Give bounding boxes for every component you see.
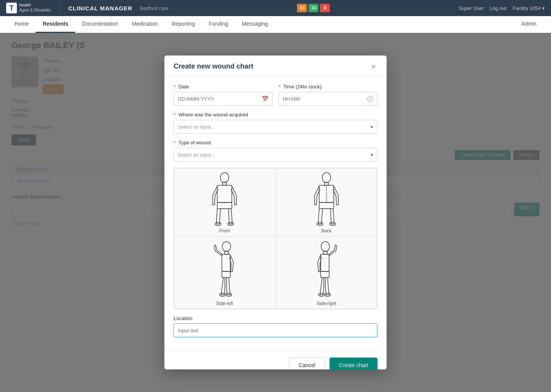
modal-create-wound-chart: Create new wound chart × * Date 📅 <box>164 56 387 369</box>
diagram-side-left[interactable]: Side-left <box>174 237 275 309</box>
facility-selector[interactable]: Facility 1054 ▾ <box>513 5 545 11</box>
badge-red[interactable]: 8 <box>320 4 330 12</box>
nav-home[interactable]: Home <box>8 16 36 33</box>
top-bar-right: Super User Log out Facility 1054 ▾ <box>459 5 545 11</box>
wound-type-placeholder: Select an input... <box>178 152 215 158</box>
back-body-svg <box>309 172 344 226</box>
date-group: * Date 📅 <box>174 84 272 106</box>
top-bar-left: T Health Aged & Disability CLINICAL MANA… <box>6 3 169 13</box>
back-label: Back <box>321 228 332 234</box>
modal-header: Create new wound chart × <box>164 56 387 76</box>
time-label: * Time (24hr clock) <box>279 84 377 90</box>
clock-icon: 🕐 <box>367 96 373 102</box>
badge-group: 33 33 8 <box>297 4 330 12</box>
modal-close-button[interactable]: × <box>370 63 377 70</box>
svg-rect-17 <box>222 254 230 271</box>
wound-type-label: * Type of wound <box>174 140 377 145</box>
date-input[interactable] <box>178 96 262 102</box>
wound-acquired-select[interactable]: Select an input... ▾ <box>174 120 377 134</box>
nav-messaging[interactable]: Messaging <box>235 16 275 33</box>
modal-overlay: Create new wound chart × * Date 📅 <box>0 33 551 392</box>
select-arrow-type: ▾ <box>371 152 373 158</box>
svg-point-2 <box>220 173 229 183</box>
nav-admin[interactable]: Admin <box>514 16 543 33</box>
svg-rect-18 <box>222 271 230 278</box>
svg-rect-23 <box>321 254 329 271</box>
side-right-label: Side-right <box>316 301 336 306</box>
logout-link[interactable]: Log out <box>490 5 507 11</box>
front-label: Front <box>219 228 230 234</box>
svg-rect-5 <box>217 203 232 209</box>
badge-orange[interactable]: 33 <box>297 4 307 12</box>
svg-point-15 <box>222 242 231 252</box>
wound-type-group: * Type of wound Select an input... ▾ <box>174 140 377 162</box>
diagram-front[interactable]: Front <box>174 168 275 236</box>
wound-type-select[interactable]: Select an input... ▾ <box>174 148 377 162</box>
main-nav: Home Residents Documentation Medication … <box>0 16 551 33</box>
wound-acquired-group: * Where was the wound acquired Select an… <box>174 112 377 134</box>
modal-body: * Date 📅 * Time (24hr clock) <box>164 76 387 351</box>
nav-documentation[interactable]: Documentation <box>75 16 125 33</box>
badge-green[interactable]: 33 <box>308 4 318 12</box>
nav-funding[interactable]: Funding <box>202 16 235 33</box>
side-left-body-svg <box>207 241 242 299</box>
date-label: * Date <box>174 84 272 90</box>
svg-point-8 <box>322 173 331 183</box>
time-group: * Time (24hr clock) 🕐 <box>279 84 377 106</box>
front-body-svg <box>207 172 242 226</box>
cancel-button[interactable]: Cancel <box>289 358 325 369</box>
side-left-label: Side-left <box>216 301 233 306</box>
wound-acquired-label: * Where was the wound acquired <box>174 112 377 118</box>
modal-footer: Cancel Create chart <box>164 351 387 369</box>
date-time-row: * Date 📅 * Time (24hr clock) <box>174 84 377 112</box>
brand-text: Health Aged & Disability <box>19 3 51 13</box>
location-label: Location <box>174 315 377 321</box>
time-input-container[interactable]: 🕐 <box>279 92 377 106</box>
system-name: CLINICAL MANAGER <box>68 5 132 11</box>
user-name: Super User <box>459 5 484 11</box>
diagram-side-right[interactable]: Side-right <box>276 237 377 309</box>
top-bar: T Health Aged & Disability CLINICAL MANA… <box>0 0 551 16</box>
page-background: George BAILEY (S There is... Age: 86 Loc… <box>0 33 551 392</box>
create-chart-button[interactable]: Create chart <box>330 358 377 369</box>
svg-rect-4 <box>217 185 232 203</box>
svg-point-21 <box>321 242 330 252</box>
nav-divider <box>59 3 60 13</box>
facility-name: Bedford care <box>140 5 169 11</box>
svg-rect-24 <box>321 271 329 278</box>
wound-acquired-placeholder: Select an input... <box>178 124 215 130</box>
modal-title: Create new wound chart <box>174 62 253 70</box>
nav-reporting[interactable]: Reporting <box>165 16 202 33</box>
select-arrow-acquired: ▾ <box>371 124 373 130</box>
side-right-body-svg <box>309 241 344 299</box>
nav-residents[interactable]: Residents <box>36 16 75 33</box>
diagram-back[interactable]: Back <box>276 168 377 236</box>
svg-rect-12 <box>319 203 334 209</box>
date-input-container[interactable]: 📅 <box>174 92 272 106</box>
location-group: Location <box>174 315 377 337</box>
brand-letter: T <box>6 3 17 13</box>
nav-medication[interactable]: Medication <box>125 16 165 33</box>
calendar-icon: 📅 <box>262 96 268 102</box>
brand-logo: T Health Aged & Disability <box>6 3 51 13</box>
time-input[interactable] <box>283 96 367 102</box>
body-diagrams-grid: Front <box>174 168 377 309</box>
location-input[interactable] <box>174 323 377 337</box>
